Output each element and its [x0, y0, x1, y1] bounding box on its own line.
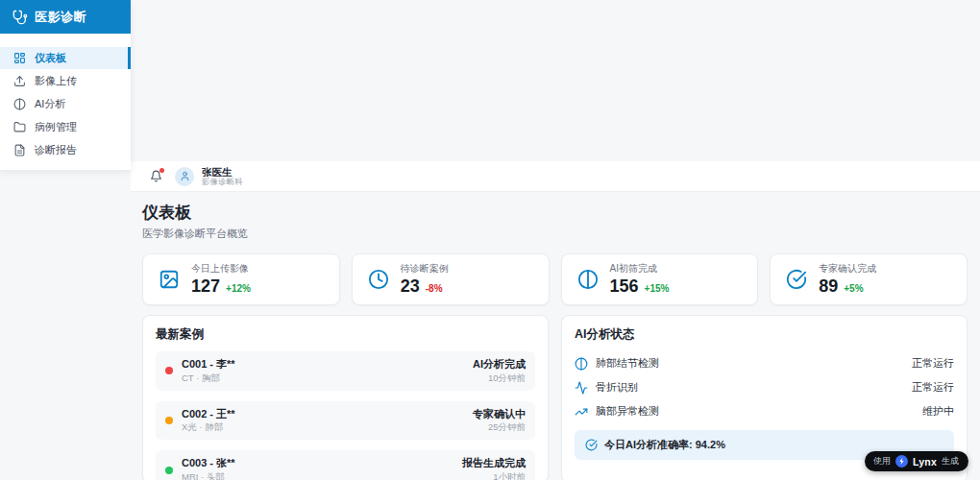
app-logo: 医影诊断 [0, 0, 131, 34]
image-icon [159, 269, 180, 290]
stat-value: 156 [610, 276, 639, 297]
ai-accuracy-text: 今日AI分析准确率: 94.2% [604, 438, 725, 452]
check-circle-icon [786, 269, 807, 290]
lynx-logo-icon [895, 455, 908, 468]
report-icon [13, 144, 26, 156]
avatar[interactable] [175, 167, 194, 186]
stat-label: AI初筛完成 [610, 262, 670, 276]
ai-model-label: 骨折识别 [596, 380, 638, 395]
ai-model-status: 正常运行 [912, 380, 954, 395]
case-detail: CT · 胸部 [182, 372, 464, 384]
sidebar-item-reports[interactable]: 诊断报告 [0, 139, 131, 161]
case-detail: MRI · 头部 [182, 471, 453, 480]
case-row-c001[interactable]: C001 - 李** CT · 胸部 AI分析完成 10分钟前 [156, 351, 535, 391]
badge-brand: Lynx [913, 456, 937, 468]
ai-circle-icon [13, 98, 26, 110]
user-icon [180, 171, 190, 181]
trending-up-icon [575, 405, 588, 419]
stat-trend: +12% [226, 283, 251, 294]
sidebar-item-dashboard[interactable]: 仪表板 [0, 47, 131, 69]
main-content: 仪表板 医学影像诊断平台概览 今日上传影像 127 +12% [131, 192, 980, 480]
stethoscope-icon [12, 10, 28, 25]
case-detail: X光 · 肺部 [182, 421, 464, 433]
user-department: 影像诊断科 [202, 178, 243, 187]
stat-value: 23 [401, 276, 420, 297]
badge-prefix: 使用 [873, 455, 891, 468]
case-id: C003 - 张** [182, 457, 453, 470]
sidebar-item-label: 仪表板 [35, 51, 66, 65]
top-header-bar: 张医生 影像诊断科 [131, 161, 980, 192]
sidebar-item-label: 诊断报告 [35, 143, 77, 157]
sidebar-item-upload[interactable]: 影像上传 [0, 70, 131, 92]
stat-card-uploads-today: 今日上传影像 127 +12% [142, 253, 340, 305]
panel-title: 最新案例 [156, 326, 535, 343]
ai-status-row-brain-anomaly: 脑部异常检测 维护中 [575, 399, 954, 423]
stat-trend: -8% [426, 283, 443, 294]
ai-status-row-lung-nodule: 肺部结节检测 正常运行 [575, 351, 954, 375]
ai-status-row-fracture: 骨折识别 正常运行 [575, 375, 954, 399]
page-subtitle: 医学影像诊断平台概览 [142, 227, 968, 241]
case-time: 25分钟前 [473, 421, 526, 433]
status-dot-red [165, 367, 173, 374]
case-row-c002[interactable]: C002 - 王** X光 · 肺部 专家确认中 25分钟前 [156, 401, 535, 441]
stat-trend: +15% [645, 283, 670, 294]
folder-icon [13, 121, 26, 133]
latest-cases-panel: 最新案例 C001 - 李** CT · 胸部 AI分析完成 10分钟前 C00… [142, 315, 549, 480]
ai-model-label: 脑部异常检测 [596, 404, 659, 419]
ai-circle-icon [575, 357, 588, 371]
case-status: 报告生成完成 [462, 457, 526, 470]
case-status: 专家确认中 [473, 408, 526, 421]
notifications-button[interactable] [150, 170, 162, 182]
case-status: AI分析完成 [473, 358, 526, 372]
sidebar-item-label: 病例管理 [35, 120, 77, 134]
user-info[interactable]: 张医生 影像诊断科 [202, 166, 243, 187]
lynx-generated-badge[interactable]: 使用 Lynx 生成 [865, 451, 968, 471]
stat-value: 127 [191, 276, 220, 297]
stat-card-ai-screened: AI初筛完成 156 +15% [561, 253, 759, 305]
sidebar-item-label: AI分析 [35, 97, 65, 111]
badge-suffix: 生成 [942, 455, 959, 468]
clock-icon [368, 269, 389, 290]
panel-title: AI分析状态 [575, 326, 954, 343]
case-row-c003[interactable]: C003 - 张** MRI · 头部 报告生成完成 1小时前 [156, 450, 535, 480]
sidebar-nav: 仪表板 影像上传 AI分析 病例管理 [0, 34, 131, 170]
case-time: 1小时前 [462, 471, 526, 480]
user-name: 张医生 [202, 166, 243, 178]
ai-model-label: 肺部结节检测 [596, 356, 659, 371]
ai-circle-icon [577, 269, 599, 290]
sidebar-item-ai-analysis[interactable]: AI分析 [0, 93, 131, 115]
stat-label: 今日上传影像 [191, 262, 251, 276]
stat-trend: +5% [844, 283, 863, 294]
case-id: C001 - 李** [182, 358, 464, 372]
unread-notification-dot [159, 168, 164, 173]
app-title: 医影诊断 [35, 9, 86, 26]
status-dot-green [165, 467, 173, 474]
sidebar: 医影诊断 仪表板 影像上传 [0, 0, 131, 170]
case-time: 10分钟前 [473, 372, 526, 384]
stat-label: 专家确认完成 [819, 262, 876, 276]
stat-cards-row: 今日上传影像 127 +12% 待诊断案例 23 -8% [142, 253, 968, 305]
case-id: C002 - 王** [182, 408, 464, 421]
ai-model-status: 维护中 [922, 404, 954, 419]
panels-row: 最新案例 C001 - 李** CT · 胸部 AI分析完成 10分钟前 C00… [142, 315, 968, 480]
activity-icon [575, 381, 588, 395]
status-dot-orange [165, 417, 173, 424]
check-circle-icon [585, 439, 598, 451]
stat-card-pending-cases: 待诊断案例 23 -8% [352, 253, 550, 305]
dashboard-icon [13, 52, 26, 64]
upload-icon [13, 75, 26, 87]
stat-value: 89 [819, 276, 838, 297]
sidebar-item-label: 影像上传 [35, 74, 77, 88]
stat-card-expert-confirmed: 专家确认完成 89 +5% [770, 253, 968, 305]
sidebar-item-cases[interactable]: 病例管理 [0, 116, 131, 138]
stat-label: 待诊断案例 [401, 262, 449, 276]
page-title: 仪表板 [142, 202, 968, 224]
ai-model-status: 正常运行 [912, 356, 954, 371]
